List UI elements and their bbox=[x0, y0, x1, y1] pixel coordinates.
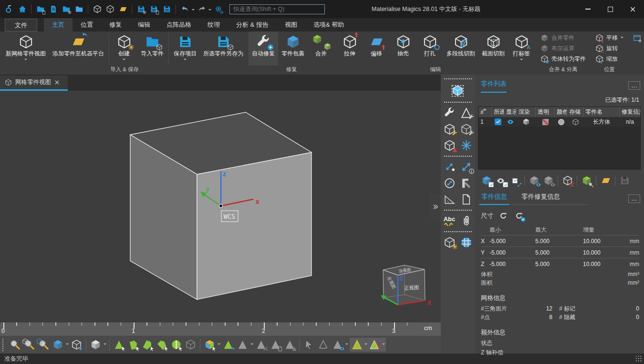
save-project-settings-button[interactable] bbox=[135, 3, 147, 15]
tab-edit[interactable]: 编辑 bbox=[130, 18, 158, 32]
attachment-clip-button[interactable] bbox=[459, 213, 474, 229]
machine-view-button[interactable] bbox=[91, 3, 103, 15]
texture-globe-button[interactable] bbox=[459, 234, 474, 250]
close-button[interactable] bbox=[622, 0, 644, 18]
report-page-button[interactable] bbox=[459, 191, 474, 207]
translate-button[interactable]: 平移 bbox=[595, 33, 623, 43]
extrude-button[interactable]: 拉伸 bbox=[336, 32, 363, 65]
select-multi-dropdown[interactable] bbox=[218, 343, 220, 346]
transparency-icon[interactable] bbox=[542, 119, 549, 125]
auto-fix-button[interactable]: 自动修复 bbox=[249, 32, 278, 65]
scale-button[interactable]: 缩放 bbox=[595, 54, 623, 64]
move-selection-button[interactable] bbox=[222, 338, 235, 351]
view-cube-button[interactable] bbox=[52, 338, 64, 351]
quick-search-input[interactable] bbox=[229, 4, 325, 14]
tab-view[interactable]: 视图 bbox=[277, 18, 305, 32]
new-part-button[interactable] bbox=[47, 3, 59, 15]
hole-fix-button[interactable] bbox=[442, 137, 457, 153]
new-project-button[interactable] bbox=[34, 3, 46, 15]
annotation-abc-button[interactable]: Abc bbox=[442, 213, 457, 229]
select-triangle-button[interactable] bbox=[113, 338, 125, 351]
dropdown-arrow-icon[interactable] bbox=[520, 59, 523, 62]
home-button[interactable] bbox=[16, 3, 28, 15]
save-project-button[interactable] bbox=[161, 3, 173, 15]
select-multi-cube-button[interactable] bbox=[203, 338, 216, 351]
point-star-button[interactable] bbox=[459, 137, 474, 153]
undo-dropdown[interactable] bbox=[192, 9, 195, 12]
open-folder-button[interactable] bbox=[73, 3, 85, 15]
undo-button[interactable] bbox=[179, 3, 191, 15]
tab-position[interactable]: 位置 bbox=[73, 18, 101, 32]
mark-plane-dropdown[interactable] bbox=[364, 343, 367, 346]
measure-point-distance-button[interactable] bbox=[442, 159, 457, 175]
shrink-wrap-button[interactable]: 零件包裹 bbox=[278, 32, 308, 65]
zoom-button[interactable] bbox=[9, 338, 21, 351]
tab-part-info[interactable]: 零件信息 bbox=[481, 193, 508, 205]
create-part-button[interactable]: 创建 bbox=[111, 32, 137, 65]
invert-selection-button[interactable] bbox=[509, 174, 521, 187]
redo-dropdown[interactable] bbox=[208, 9, 211, 12]
dropdown-arrow-icon[interactable] bbox=[184, 59, 187, 62]
tab-home[interactable]: 主页 bbox=[44, 18, 73, 32]
maximize-button[interactable] bbox=[599, 0, 622, 18]
tab-options-help[interactable]: 选项& 帮助 bbox=[305, 18, 352, 32]
toolbar-drag-handle[interactable] bbox=[2, 339, 6, 351]
visible-eye-icon[interactable] bbox=[507, 118, 514, 126]
collapse-panel-handle[interactable] bbox=[430, 193, 441, 220]
render-mode-button[interactable] bbox=[89, 338, 102, 351]
redo-button[interactable] bbox=[196, 3, 208, 15]
add-part-to-platform-button[interactable]: 添加零件至机器平台 bbox=[49, 32, 107, 65]
save-selected-as-button[interactable]: 所选零件另存为 bbox=[200, 32, 247, 65]
close-tab-icon[interactable] bbox=[54, 80, 60, 85]
offset-button[interactable]: 偏移 bbox=[363, 32, 390, 65]
tab-texture[interactable]: 纹理 bbox=[199, 18, 228, 32]
select-all-button[interactable] bbox=[480, 174, 493, 187]
show-marked-dropdown[interactable] bbox=[345, 343, 348, 346]
render-mode-dropdown[interactable] bbox=[104, 343, 106, 346]
part-view-button[interactable] bbox=[104, 3, 116, 15]
section-cut-button[interactable]: 截面切割 bbox=[478, 32, 508, 65]
open-project-button[interactable] bbox=[60, 3, 72, 15]
save-part-as-button[interactable] bbox=[148, 3, 160, 15]
measure-angle-button[interactable] bbox=[442, 191, 457, 207]
mark-shell-button[interactable] bbox=[368, 338, 381, 351]
storage-cube-icon[interactable] bbox=[572, 118, 579, 126]
pick-view-button[interactable] bbox=[70, 338, 83, 351]
label-button[interactable]: A 打标签 bbox=[508, 32, 535, 65]
show-parts-button[interactable] bbox=[528, 174, 540, 187]
triangle-fix-button[interactable] bbox=[459, 105, 474, 121]
part-table[interactable]: # 所选 显示 渲染 透明 颜色 存储 零件名 修复信息 1 长方体 n/a bbox=[478, 107, 641, 170]
platform-button[interactable] bbox=[117, 3, 129, 15]
part-info-more-button[interactable]: … bbox=[628, 194, 640, 203]
select-polygon-button[interactable] bbox=[127, 338, 140, 351]
unify-button[interactable]: 合并 bbox=[308, 32, 334, 65]
rotate-button[interactable]: 旋转 bbox=[595, 43, 623, 53]
tab-mesh-part-view[interactable]: 网格零件视图 bbox=[0, 75, 68, 89]
tab-analyze-report[interactable]: 分析 & 报告 bbox=[228, 18, 277, 32]
shells-to-parts-button[interactable]: 壳体转为零件 bbox=[540, 54, 586, 64]
measure-distance-info-button[interactable] bbox=[459, 159, 474, 175]
zoom-scene-button[interactable] bbox=[37, 338, 50, 351]
refresh-dimensions-button[interactable] bbox=[498, 211, 509, 221]
zoom-part-button[interactable] bbox=[23, 338, 36, 351]
hollow-button[interactable]: 抽壳 bbox=[390, 32, 416, 65]
dropdown-arrow-icon[interactable] bbox=[123, 59, 125, 62]
mark-plane-button[interactable] bbox=[351, 338, 364, 351]
tab-part-repair-info[interactable]: 零件修复信息 bbox=[521, 193, 561, 205]
punch-hole-button[interactable]: 打孔 bbox=[416, 32, 443, 65]
delete-part-button[interactable] bbox=[561, 174, 574, 187]
view-cube-dropdown[interactable] bbox=[66, 343, 69, 346]
visible-select-button[interactable] bbox=[494, 174, 507, 187]
color-swatch[interactable] bbox=[558, 119, 564, 125]
save-project-button-large[interactable]: 保存项目 bbox=[170, 32, 200, 65]
import-part-button[interactable]: 导入零件 bbox=[137, 32, 167, 65]
scene-view-cube-button[interactable] bbox=[449, 81, 467, 99]
measure-caliper-button[interactable] bbox=[459, 175, 474, 191]
customize-ui-button[interactable]: 自定义用户界面 bbox=[633, 33, 644, 43]
settings-gears-button[interactable] bbox=[212, 3, 224, 15]
render-cube-icon[interactable] bbox=[522, 118, 530, 126]
part-list-title[interactable]: 零件列表 bbox=[481, 80, 507, 93]
select-brush-button[interactable] bbox=[141, 338, 154, 351]
measure-circle-button[interactable] bbox=[442, 175, 457, 191]
mark-shell-dropdown[interactable] bbox=[382, 343, 385, 346]
